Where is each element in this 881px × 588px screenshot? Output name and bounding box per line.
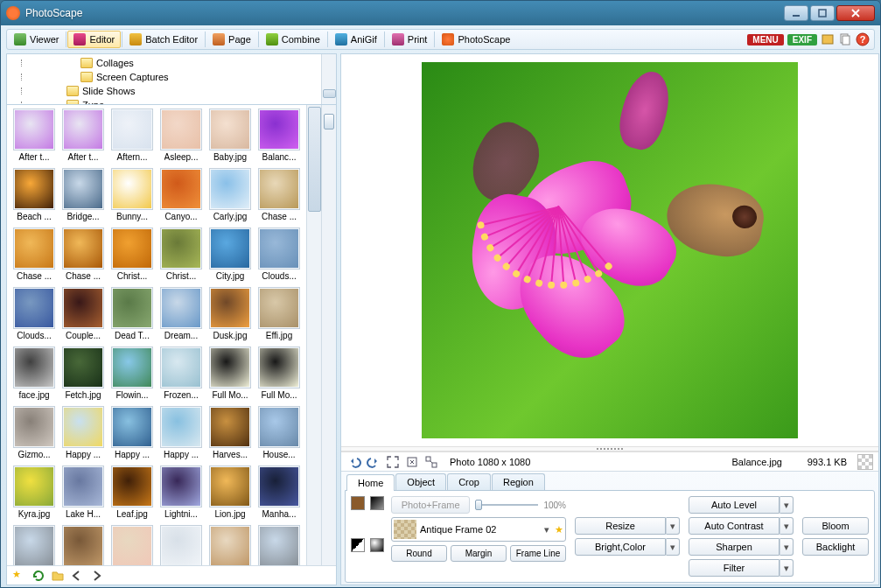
thumbnail[interactable]: After t... <box>59 108 107 164</box>
tab-anigif[interactable]: AniGif <box>329 31 383 48</box>
thumbnail[interactable]: Asleep... <box>157 108 205 164</box>
titlebar[interactable]: PhotoScape <box>1 1 880 25</box>
thumbnail[interactable]: Harves... <box>206 406 254 462</box>
thumbnail[interactable]: Full Mo... <box>206 346 254 402</box>
next-icon[interactable] <box>89 569 103 583</box>
photo-frame-button[interactable]: Photo+Frame <box>391 496 470 514</box>
tab-photoscape[interactable]: PhotoScape <box>436 31 516 48</box>
refresh-icon[interactable] <box>31 569 45 583</box>
thumbnail[interactable] <box>206 525 254 565</box>
swatch-vignette[interactable] <box>370 538 384 552</box>
thumbnail[interactable]: Balanc... <box>255 108 303 164</box>
thumbnail[interactable] <box>157 525 205 565</box>
exif-button[interactable]: EXIF <box>787 34 817 46</box>
thumbnail[interactable]: Chase ... <box>255 168 303 224</box>
thumbnail[interactable]: Christ... <box>157 228 205 284</box>
fit-icon[interactable] <box>385 454 401 470</box>
tab-home[interactable]: Home <box>346 474 395 491</box>
thumbnail[interactable]: face.jpg <box>10 346 58 402</box>
tab-batch-editor[interactable]: Batch Editor <box>123 31 204 48</box>
tree-item[interactable]: Slide Shows <box>10 84 332 98</box>
bright-color-dropdown[interactable]: ▾ <box>666 538 680 556</box>
round-button[interactable]: Round <box>391 545 447 562</box>
transparency-toggle[interactable] <box>857 454 873 470</box>
bright-color-button[interactable]: Bright,Color <box>575 538 666 556</box>
thumbnail[interactable]: City.jpg <box>206 228 254 284</box>
close-button[interactable] <box>836 5 875 21</box>
thumbnail[interactable]: Carly.jpg <box>206 168 254 224</box>
thumbnail[interactable]: Couple... <box>59 287 107 343</box>
swatch-sepia[interactable] <box>351 496 365 510</box>
tree-item[interactable]: Screen Captures <box>10 70 332 84</box>
thumbnail[interactable]: Canyo... <box>157 168 205 224</box>
thumbnail[interactable]: Bunny... <box>108 168 156 224</box>
resize-button[interactable]: Resize <box>575 517 666 535</box>
favorite-frame-icon[interactable]: ★ <box>555 524 563 536</box>
tree-item[interactable]: Zune <box>10 98 332 105</box>
tab-page[interactable]: Page <box>206 31 257 48</box>
open-folder-icon[interactable] <box>51 569 65 583</box>
bloom-button[interactable]: Bloom <box>802 517 869 535</box>
margin-button[interactable]: Margin <box>451 545 507 562</box>
swatch-gray[interactable] <box>370 496 384 510</box>
folder-tree[interactable]: CollagesScreen CapturesSlide ShowsZune <box>7 54 336 105</box>
tree-scrollbar[interactable] <box>321 54 336 104</box>
thumbnail[interactable]: Leaf.jpg <box>108 466 156 522</box>
sharpen-button[interactable]: Sharpen <box>689 538 780 556</box>
thumbnail[interactable]: Flowin... <box>108 346 156 402</box>
tab-combine[interactable]: Combine <box>260 31 326 48</box>
thumbnail[interactable]: Fetch.jpg <box>59 346 107 402</box>
thumbnail[interactable]: Kyra.jpg <box>10 466 58 522</box>
filter-button[interactable]: Filter <box>689 559 780 577</box>
copy-icon[interactable] <box>838 32 852 46</box>
thumbnail[interactable]: Beach ... <box>10 168 58 224</box>
thumbnail[interactable]: Clouds... <box>10 287 58 343</box>
actual-size-icon[interactable] <box>404 454 420 470</box>
undo-icon[interactable] <box>346 454 362 470</box>
resize-dropdown[interactable]: ▾ <box>666 517 680 535</box>
thumb-size-slider[interactable] <box>321 105 336 565</box>
tab-crop[interactable]: Crop <box>447 473 491 490</box>
thumbnail[interactable]: Chase ... <box>10 228 58 284</box>
auto-contrast-button[interactable]: Auto Contrast <box>689 517 780 535</box>
thumbnail[interactable] <box>108 525 156 565</box>
tab-print[interactable]: Print <box>386 31 434 48</box>
thumbnail[interactable] <box>255 525 303 565</box>
thumbnail[interactable]: Lion.jpg <box>206 466 254 522</box>
thumbnail[interactable]: Aftern... <box>108 108 156 164</box>
tab-viewer[interactable]: Viewer <box>8 31 65 48</box>
thumbnail[interactable]: Happy ... <box>157 406 205 462</box>
frame-line-button[interactable]: Frame Line <box>510 545 566 562</box>
tab-region[interactable]: Region <box>492 473 545 490</box>
auto-contrast-dropdown[interactable]: ▾ <box>780 517 794 535</box>
filter-dropdown[interactable]: ▾ <box>780 559 794 577</box>
auto-level-dropdown[interactable]: ▾ <box>780 496 794 514</box>
sharpen-dropdown[interactable]: ▾ <box>780 538 794 556</box>
frame-combo[interactable]: Antique Frame 02 ▾ ★ <box>391 517 566 542</box>
swatch-bw[interactable] <box>351 538 365 552</box>
image-canvas[interactable] <box>341 54 878 446</box>
help-icon[interactable]: ? <box>856 32 870 46</box>
slideshow-icon[interactable] <box>821 32 835 46</box>
prev-icon[interactable] <box>70 569 84 583</box>
backlight-button[interactable]: Backlight <box>802 538 869 556</box>
zoom-icon[interactable] <box>423 454 439 470</box>
redo-icon[interactable] <box>366 454 381 470</box>
thumbnail[interactable]: Dead T... <box>108 287 156 343</box>
thumbnail[interactable]: Happy ... <box>108 406 156 462</box>
menu-button[interactable]: MENU <box>747 34 783 46</box>
thumbnail[interactable]: Happy ... <box>59 406 107 462</box>
tab-object[interactable]: Object <box>395 473 446 490</box>
favorite-icon[interactable]: ★ <box>12 569 26 583</box>
thumbnail[interactable]: Frozen... <box>157 346 205 402</box>
thumbnail[interactable]: Manha... <box>255 466 303 522</box>
thumbnail[interactable] <box>10 525 58 565</box>
thumbs-scrollbar[interactable] <box>306 105 321 565</box>
tree-item[interactable]: Collages <box>10 56 332 70</box>
thumbnail[interactable]: Christ... <box>108 228 156 284</box>
minimize-button[interactable] <box>784 5 808 21</box>
thumbnail[interactable]: Lightni... <box>157 466 205 522</box>
thumbnail[interactable] <box>59 525 107 565</box>
thumbnail[interactable]: Bridge... <box>59 168 107 224</box>
auto-level-button[interactable]: Auto Level <box>689 496 780 514</box>
